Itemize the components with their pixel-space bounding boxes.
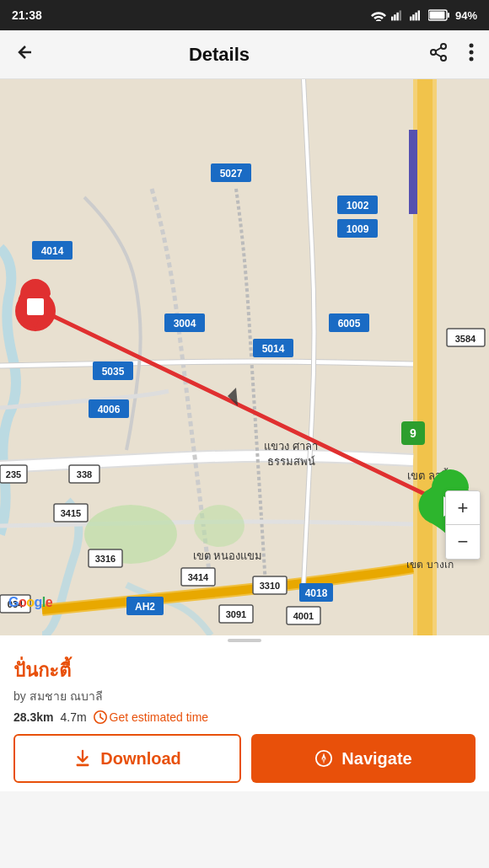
svg-text:เขต บางเก: เขต บางเก <box>406 559 453 571</box>
download-label: Download <box>100 749 181 769</box>
battery-percentage: 94% <box>455 9 477 22</box>
battery-icon <box>428 9 450 21</box>
signal-icon-2 <box>410 9 423 21</box>
svg-text:3310: 3310 <box>260 581 280 591</box>
status-bar: 21:38 94% <box>0 0 489 30</box>
svg-point-12 <box>431 50 436 55</box>
nav-actions <box>425 39 477 71</box>
svg-rect-4 <box>410 17 411 21</box>
svg-text:เขต หนองแขม: เขต หนองแขม <box>193 549 263 562</box>
svg-point-16 <box>470 43 474 47</box>
svg-text:แขวง ศาลา: แขวง ศาลา <box>264 440 318 453</box>
svg-rect-2 <box>396 13 398 21</box>
svg-text:9: 9 <box>410 426 416 440</box>
svg-text:338: 338 <box>77 469 92 480</box>
route-meta: 28.3km 4.7m Get estimated time <box>13 710 476 724</box>
zoom-in-button[interactable]: + <box>446 491 480 525</box>
svg-rect-9 <box>448 13 449 18</box>
svg-rect-5 <box>412 14 414 20</box>
svg-text:235: 235 <box>6 469 21 480</box>
svg-rect-7 <box>418 10 420 20</box>
status-time: 21:38 <box>12 8 42 22</box>
svg-text:5035: 5035 <box>102 366 125 378</box>
svg-rect-82 <box>77 764 89 766</box>
svg-text:4001: 4001 <box>293 611 314 621</box>
share-button[interactable] <box>425 39 452 71</box>
svg-text:4018: 4018 <box>305 587 328 599</box>
more-menu-button[interactable] <box>465 39 477 71</box>
navigate-button[interactable]: Navigate <box>251 734 476 783</box>
svg-rect-78 <box>27 298 44 315</box>
svg-point-18 <box>470 56 474 61</box>
svg-point-13 <box>441 56 446 61</box>
svg-text:3415: 3415 <box>61 508 81 518</box>
svg-text:6005: 6005 <box>338 318 361 330</box>
route-time: 4.7m <box>60 710 86 724</box>
svg-text:3414: 3414 <box>188 572 209 582</box>
clock-icon <box>94 710 107 724</box>
download-button[interactable]: Download <box>13 734 241 783</box>
google-logo: Google <box>8 595 52 610</box>
svg-point-23 <box>194 505 244 547</box>
nav-bar: Details <box>0 30 489 79</box>
svg-text:1002: 1002 <box>347 200 369 212</box>
route-author: by สมชาย ณบาลี <box>13 687 476 705</box>
svg-text:3584: 3584 <box>455 334 476 344</box>
svg-rect-21 <box>417 79 433 635</box>
signal-icon <box>391 9 405 21</box>
get-time-link[interactable]: Get estimated time <box>94 710 209 724</box>
action-buttons: Download Navigate <box>13 734 476 783</box>
drag-handle <box>228 639 261 642</box>
svg-rect-3 <box>400 10 401 20</box>
svg-line-15 <box>436 47 442 51</box>
svg-text:5027: 5027 <box>220 168 243 179</box>
svg-text:3004: 3004 <box>174 318 196 330</box>
info-panel: ปั่นกะตี้ by สมชาย ณบาลี 28.3km 4.7m Get… <box>0 646 489 791</box>
svg-rect-6 <box>415 13 416 21</box>
svg-text:4014: 4014 <box>41 245 64 257</box>
svg-text:1009: 1009 <box>347 223 369 235</box>
svg-text:3091: 3091 <box>226 609 246 619</box>
download-icon <box>73 749 92 768</box>
page-title: Details <box>13 44 425 66</box>
map-svg: 5027 1002 1009 4014 3004 6005 5014 5035 … <box>0 79 489 635</box>
map-area[interactable]: 5027 1002 1009 4014 3004 6005 5014 5035 … <box>0 79 489 635</box>
svg-text:AH2: AH2 <box>135 601 155 613</box>
navigate-label: Navigate <box>341 749 411 769</box>
get-time-label: Get estimated time <box>110 710 209 724</box>
svg-text:3316: 3316 <box>95 554 116 564</box>
zoom-controls: + − <box>445 490 481 560</box>
route-name: ปั่นกะตี้ <box>13 656 476 685</box>
svg-rect-0 <box>391 17 393 21</box>
svg-point-83 <box>316 751 331 766</box>
svg-point-11 <box>441 44 446 49</box>
svg-rect-1 <box>394 14 395 20</box>
svg-line-14 <box>436 53 442 56</box>
route-distance: 28.3km <box>13 710 53 724</box>
svg-point-17 <box>470 50 474 54</box>
compass-icon <box>314 749 333 768</box>
svg-text:5014: 5014 <box>262 343 285 355</box>
svg-text:ธรรมสพน์: ธรรมสพน์ <box>267 455 315 468</box>
drag-handle-area <box>0 635 489 646</box>
zoom-out-button[interactable]: − <box>446 525 480 559</box>
status-icons: 94% <box>371 9 477 22</box>
svg-marker-85 <box>322 757 327 764</box>
wifi-icon <box>371 9 386 21</box>
svg-rect-10 <box>429 12 444 19</box>
svg-text:4006: 4006 <box>98 404 121 415</box>
